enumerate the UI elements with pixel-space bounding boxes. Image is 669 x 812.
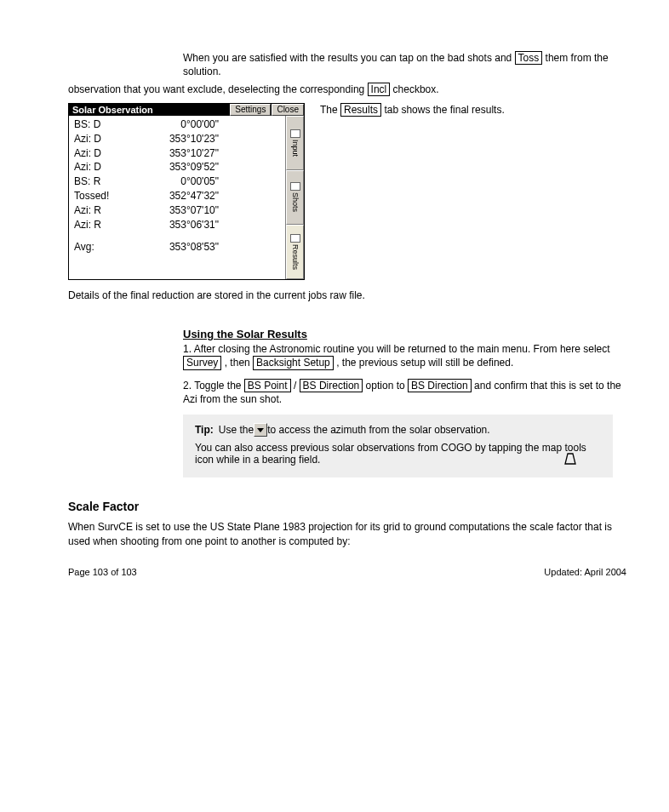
backsight-setup-button-ref: Backsight Setup: [253, 356, 334, 369]
footer-page: Page 103 of 103: [68, 567, 137, 577]
toss-para: When you are satisfied with the results …: [183, 51, 626, 79]
form-icon: [290, 182, 300, 191]
panel-body-text: Details of the final reduction are store…: [68, 289, 626, 302]
bs-direction-button-ref-2: BS Direction: [408, 379, 472, 392]
settings-button[interactable]: Settings: [230, 104, 271, 116]
tip-label: Tip:: [195, 424, 214, 436]
panel-titlebar: Solar Observation Settings Close: [69, 104, 304, 116]
dropdown-icon: [254, 423, 267, 437]
tab-results[interactable]: Results: [286, 225, 304, 279]
toss-button-ref: Toss: [515, 51, 543, 65]
scale-factor-text: When SurvCE is set to use the US State P…: [68, 520, 626, 547]
step-1: 1. After closing the Astronomic routine …: [183, 342, 626, 370]
tip-box: Tip: Use the to access the azimuth from …: [183, 415, 613, 477]
results-button-ref: Results: [340, 103, 381, 117]
close-button[interactable]: Close: [272, 104, 304, 116]
survey-button-ref: Survey: [183, 356, 221, 369]
side-tabs: Input Shots Results: [285, 116, 304, 279]
maptools-icon: [562, 452, 579, 466]
incl-para: observation that you want exclude, desel…: [68, 83, 626, 96]
panel-content: BS: D0°00'00" Azi: D353°10'23" Azi: D353…: [69, 116, 285, 279]
using-solar-results-heading: Using the Solar Results: [183, 328, 626, 340]
scale-factor-heading: Scale Factor: [68, 500, 626, 513]
solar-observation-panel: Solar Observation Settings Close BS: D0°…: [68, 103, 305, 280]
footer-date: Updated: April 2004: [544, 567, 626, 577]
bs-direction-button-ref: BS Direction: [300, 379, 363, 392]
step-2: 2. Toggle the BS Point / BS Direction op…: [183, 379, 626, 407]
form-icon: [290, 129, 300, 138]
results-line: The Results tab shows the final results.: [320, 103, 626, 117]
tab-input[interactable]: Input: [286, 116, 304, 170]
page-footer: Page 103 of 103 Updated: April 2004: [68, 567, 626, 577]
tab-shots[interactable]: Shots: [286, 170, 304, 225]
sheet-icon: [290, 234, 300, 243]
panel-title: Solar Observation: [69, 104, 229, 116]
bs-point-button-ref: BS Point: [244, 379, 291, 392]
incl-button-ref: Incl: [368, 83, 391, 96]
svg-marker-0: [565, 454, 575, 464]
